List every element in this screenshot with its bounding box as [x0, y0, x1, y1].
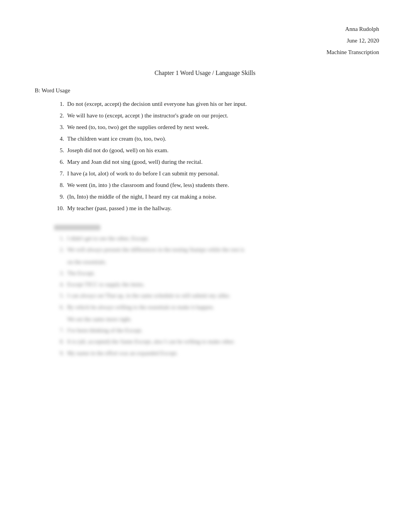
- list-item: 9.(In, Into) the middle of the night, I …: [54, 192, 379, 201]
- blurred-section-label: [54, 225, 100, 230]
- list-item: 1.Do not (except, accept) the decision u…: [54, 99, 379, 109]
- list-number: 3.: [54, 122, 64, 132]
- list-item: 3.We need (to, too, two) get the supplie…: [54, 122, 379, 132]
- list-text: Mary and Joan did not sing (good, well) …: [67, 157, 203, 167]
- blurred-list-number: 2.: [54, 245, 64, 254]
- blurred-list-item: 6.By which he always willing to the esse…: [54, 303, 379, 324]
- date: June 12, 2020: [31, 35, 379, 46]
- author-name: Anna Rudolph: [31, 23, 379, 35]
- blurred-list-text2: We set the same more right.: [67, 315, 379, 324]
- list-text: We will have to (except, accept ) the in…: [67, 111, 228, 120]
- list-item: 6.Mary and Joan did not sing (good, well…: [54, 157, 379, 167]
- blurred-list-item: 5.I can always set That up, in the same …: [54, 291, 379, 300]
- blurred-list-item: 8.It is (all, accepted) the Same Except,…: [54, 337, 379, 346]
- blurred-section: 1.I didn't get to see the other, Except.…: [54, 224, 379, 358]
- list-text: (In, Into) the middle of the night, I he…: [67, 192, 217, 201]
- blurred-list-text: I've been thinking of the Except.: [67, 326, 142, 335]
- list-item: 5.Joseph did not do (good, well) on his …: [54, 146, 379, 155]
- blurred-list-number: 6.: [54, 303, 64, 312]
- list-number: 9.: [54, 192, 64, 201]
- list-number: 6.: [54, 157, 64, 167]
- blurred-list-text: We will always present the differences i…: [67, 245, 244, 254]
- list-text: I have (a lot, alot) of work to do befor…: [67, 169, 219, 178]
- subject: Machine Transcription: [31, 46, 379, 58]
- blurred-list-item: 1.I didn't get to see the other, Except.: [54, 234, 379, 243]
- list-number: 4.: [54, 134, 64, 143]
- blurred-list-item: 2.We will always present the differences…: [54, 245, 379, 267]
- blurred-list-number: 8.: [54, 337, 64, 346]
- blurred-list-item: 7.I've been thinking of the Except.: [54, 326, 379, 335]
- blurred-list-number: 9.: [54, 349, 64, 358]
- list-number: 7.: [54, 169, 64, 178]
- blurred-list-text: By which he always willing to the essent…: [67, 303, 214, 312]
- list-text: My teacher (past, passed ) me in the hal…: [67, 204, 172, 213]
- list-text: The children want ice cream (to, too, tw…: [67, 134, 166, 143]
- blurred-list-item: 9.My name in the effort was an expanded …: [54, 349, 379, 358]
- blurred-list: 1.I didn't get to see the other, Except.…: [54, 234, 379, 358]
- list-text: Do not (except, accept) the decision unt…: [67, 99, 247, 109]
- blurred-list-number: 3.: [54, 269, 64, 278]
- list-text: Joseph did not do (good, well) on his ex…: [67, 146, 168, 155]
- blurred-list-text: I can always set That up, in the same sc…: [67, 291, 230, 300]
- list-item: 8.We went (in, into ) the classroom and …: [54, 180, 379, 190]
- chapter-title: Chapter 1 Word Usage / Language Skills: [31, 70, 379, 76]
- list-text: We went (in, into ) the classroom and fo…: [67, 180, 229, 190]
- blurred-list-text: It is (all, accepted) the Same Except, a…: [67, 337, 235, 346]
- list-number: 10.: [54, 204, 64, 213]
- list-number: 2.: [54, 111, 64, 120]
- blurred-list-number: 5.: [54, 291, 64, 300]
- blurred-list-text: My name in the effort was an expanded Ex…: [67, 349, 178, 358]
- list-item: 4.The children want ice cream (to, too, …: [54, 134, 379, 143]
- blurred-list-text: Except TICC to supply the items.: [67, 280, 145, 289]
- section-label: B: Word Usage: [35, 87, 379, 94]
- list-number: 8.: [54, 180, 64, 190]
- word-usage-list: 1.Do not (except, accept) the decision u…: [54, 99, 379, 213]
- header-info: Anna Rudolph June 12, 2020 Machine Trans…: [31, 23, 379, 58]
- blurred-list-item: 4.Except TICC to supply the items.: [54, 280, 379, 289]
- blurred-list-item: 3.The Except.: [54, 269, 379, 278]
- blurred-list-number: 1.: [54, 234, 64, 243]
- list-number: 1.: [54, 99, 64, 109]
- blurred-list-text2: on the essentials.: [67, 258, 379, 267]
- list-number: 5.: [54, 146, 64, 155]
- list-item: 7.I have (a lot, alot) of work to do bef…: [54, 169, 379, 178]
- list-text: We need (to, too, two) get the supplies …: [67, 122, 209, 132]
- list-item: 2.We will have to (except, accept ) the …: [54, 111, 379, 120]
- list-item: 10.My teacher (past, passed ) me in the …: [54, 204, 379, 213]
- document-container: Anna Rudolph June 12, 2020 Machine Trans…: [31, 23, 379, 358]
- blurred-list-text: The Except.: [67, 269, 95, 278]
- blurred-list-number: 4.: [54, 280, 64, 289]
- blurred-list-number: 7.: [54, 326, 64, 335]
- blurred-list-text: I didn't get to see the other, Except.: [67, 234, 149, 243]
